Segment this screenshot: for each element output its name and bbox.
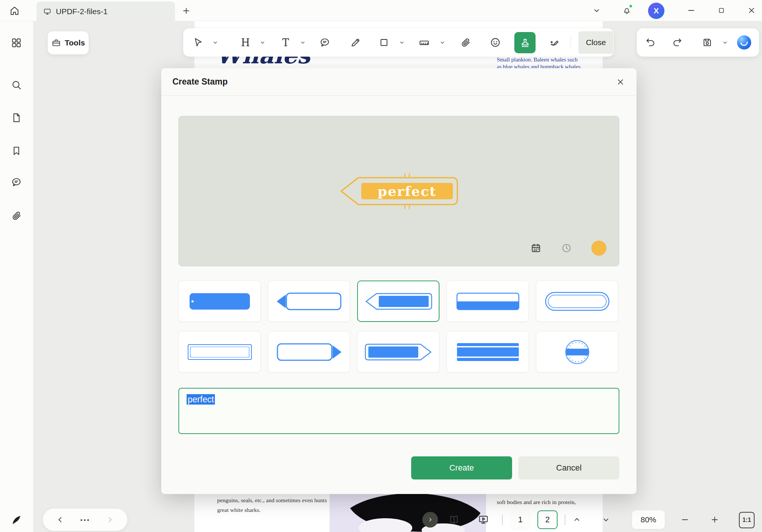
sidebar-item-pages[interactable] bbox=[8, 109, 25, 126]
plus-icon bbox=[710, 515, 720, 525]
save-button[interactable] bbox=[699, 34, 715, 51]
select-dropdown[interactable] bbox=[212, 39, 219, 46]
time-button[interactable] bbox=[561, 243, 572, 254]
template-bottom-filled[interactable] bbox=[447, 281, 529, 322]
template-banner-stripes[interactable] bbox=[447, 331, 529, 373]
collapse-button[interactable] bbox=[588, 2, 605, 19]
redo-icon bbox=[671, 37, 683, 48]
page-number-1[interactable]: 1 bbox=[511, 510, 530, 529]
dialog-close-button[interactable] bbox=[613, 74, 628, 90]
more-button[interactable]: ... bbox=[80, 516, 90, 519]
tools-button[interactable]: Tools bbox=[48, 31, 89, 54]
ai-assistant-button[interactable] bbox=[737, 35, 752, 50]
maximize-button[interactable] bbox=[713, 2, 730, 19]
tool-measure[interactable] bbox=[416, 34, 432, 51]
close-window-button[interactable] bbox=[743, 2, 760, 19]
tool-comment[interactable] bbox=[317, 34, 333, 51]
template-banner-stripes-icon bbox=[453, 339, 523, 365]
minimize-button[interactable] bbox=[683, 2, 699, 19]
chevron-left-icon bbox=[55, 515, 65, 525]
template-tag-left-filled[interactable] bbox=[357, 281, 439, 322]
template-arrow-left-outline[interactable] bbox=[268, 281, 350, 322]
tab-title: UPDF-2-files-1 bbox=[56, 7, 108, 16]
template-arrow-left-outline-icon bbox=[274, 288, 345, 314]
slideshow-button[interactable] bbox=[475, 512, 492, 528]
zoom-out-button[interactable] bbox=[677, 512, 693, 528]
nav-back-button[interactable] bbox=[55, 515, 65, 525]
shape-dropdown[interactable] bbox=[398, 39, 406, 46]
minimize-icon bbox=[686, 6, 696, 15]
sidebar-item-search[interactable] bbox=[8, 76, 25, 94]
tool-sticker[interactable] bbox=[487, 34, 504, 51]
template-double-rect-outline[interactable] bbox=[178, 331, 261, 373]
tool-pen[interactable] bbox=[347, 34, 363, 51]
document-bottom-right-text: soft bodies and are rich in protein, bbox=[497, 499, 576, 506]
page-down-button[interactable] bbox=[598, 512, 614, 528]
zoom-level[interactable]: 80% bbox=[632, 510, 665, 529]
template-solid-rect[interactable] bbox=[178, 281, 261, 322]
presentation-icon bbox=[478, 514, 489, 525]
dialog-title: Create Stamp bbox=[172, 77, 228, 87]
sidebar-item-comments[interactable] bbox=[8, 174, 25, 191]
text-dropdown[interactable] bbox=[299, 39, 307, 46]
template-stadium-outline[interactable] bbox=[536, 281, 618, 322]
app-logo-button[interactable] bbox=[8, 512, 25, 529]
measure-dropdown[interactable] bbox=[439, 39, 446, 46]
pen-icon bbox=[350, 37, 361, 48]
heading-dropdown[interactable] bbox=[259, 39, 266, 46]
undo-button[interactable] bbox=[642, 34, 659, 51]
document-tab[interactable]: UPDF-2-files-1 bbox=[36, 1, 175, 21]
toolbar-close-button[interactable]: Close bbox=[578, 31, 613, 54]
tool-stamp-active[interactable] bbox=[514, 32, 536, 53]
color-picker-button[interactable] bbox=[591, 241, 606, 256]
chevron-down-icon bbox=[259, 39, 266, 46]
reading-view-button[interactable] bbox=[446, 512, 462, 528]
sidebar-item-attachments[interactable] bbox=[8, 207, 25, 224]
new-tab-button[interactable] bbox=[178, 3, 194, 19]
create-button[interactable]: Create bbox=[411, 456, 512, 479]
tool-attachment[interactable] bbox=[457, 34, 474, 51]
statusbar-divider bbox=[565, 514, 565, 525]
chevron-right-icon bbox=[105, 515, 115, 525]
template-double-rect-outline-icon bbox=[184, 339, 255, 365]
tool-shape[interactable] bbox=[376, 34, 392, 51]
chevron-down-icon bbox=[399, 39, 405, 46]
date-button[interactable] bbox=[530, 243, 542, 254]
cursor-icon bbox=[193, 37, 204, 48]
stamp-text-input[interactable]: perfect bbox=[178, 388, 619, 434]
template-arrow-right-outline[interactable] bbox=[268, 331, 350, 373]
clock-icon bbox=[561, 243, 572, 254]
tool-select[interactable] bbox=[190, 34, 206, 51]
save-icon bbox=[702, 37, 713, 48]
expand-panel-button[interactable] bbox=[422, 512, 438, 528]
actual-size-button[interactable]: 1:1 bbox=[739, 512, 755, 528]
toolbox-icon bbox=[51, 38, 61, 48]
bookmark-icon bbox=[11, 145, 22, 156]
signature-icon bbox=[549, 37, 560, 48]
heading-glyph: H bbox=[241, 37, 250, 48]
chevron-down-icon bbox=[592, 6, 601, 15]
page-number-2-current[interactable]: 2 bbox=[537, 510, 558, 529]
tool-text[interactable]: T bbox=[277, 34, 294, 51]
page-up-button[interactable] bbox=[569, 512, 585, 528]
save-dropdown[interactable] bbox=[721, 39, 729, 46]
close-icon bbox=[616, 77, 625, 87]
nav-forward-button[interactable] bbox=[105, 515, 115, 525]
sidebar-item-bookmarks[interactable] bbox=[8, 142, 25, 159]
preview-tools bbox=[530, 241, 606, 256]
titlebar: UPDF-2-files-1 X bbox=[0, 0, 762, 21]
home-button[interactable] bbox=[6, 3, 23, 19]
avatar[interactable]: X bbox=[648, 3, 664, 19]
cancel-button[interactable]: Cancel bbox=[518, 456, 619, 479]
tool-signature[interactable] bbox=[546, 34, 563, 51]
zoom-in-button[interactable] bbox=[707, 512, 723, 528]
plus-icon bbox=[181, 6, 191, 16]
template-tag-right-filled[interactable] bbox=[357, 331, 439, 373]
tool-heading[interactable]: H bbox=[237, 34, 254, 51]
sidebar-item-apps[interactable] bbox=[8, 34, 25, 51]
comment-icon bbox=[11, 177, 22, 188]
notifications-button[interactable] bbox=[619, 2, 635, 19]
redo-button[interactable] bbox=[669, 34, 685, 51]
ai-icon bbox=[737, 35, 752, 50]
template-circle-badge[interactable] bbox=[536, 331, 618, 373]
